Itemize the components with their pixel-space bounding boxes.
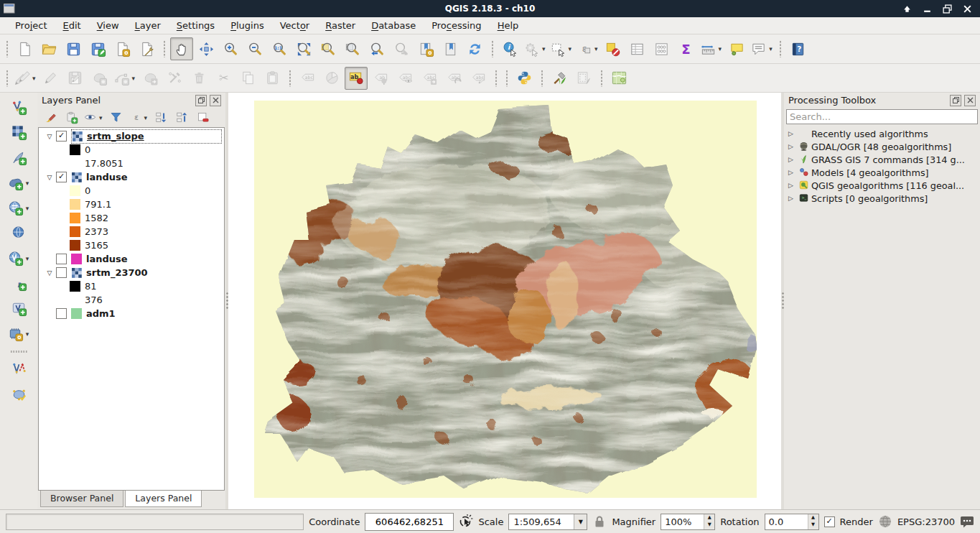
add-raster-layer-button[interactable] [7,121,30,144]
dropdown-arrow-icon[interactable]: ▾ [592,45,599,52]
spin-down-icon[interactable]: ▼ [704,522,714,529]
layer-labeling-options-button[interactable]: ab [345,67,368,90]
filter-legend-button[interactable] [107,108,126,127]
grass-region-button[interactable] [572,67,595,90]
statistical-summary-button[interactable]: Σ [675,37,698,60]
expander-closed-icon[interactable]: ▷ [788,156,798,163]
rotation-spinbox[interactable]: 0.0 ▲▼ [765,514,819,530]
filter-by-expression-button[interactable]: ε▾ [128,108,150,127]
dropdown-arrow-icon[interactable]: ▾ [24,330,31,338]
select-by-expression-button[interactable]: ε▾ [575,37,600,60]
measure-button[interactable]: ▾ [699,37,724,60]
add-delimited-text-layer-button[interactable]: , [7,272,30,295]
expander-closed-icon[interactable]: ▷ [788,182,798,189]
algorithm-group-row[interactable]: ▷GRASS GIS 7 commands [314 g... [784,153,980,166]
expander-open-icon[interactable]: ▽ [43,133,56,140]
move-label-button[interactable]: abc [418,67,441,90]
highlight-pinned-labels-button[interactable]: abc [393,67,416,90]
algorithm-group-row[interactable]: ▷Recently used algorithms [784,127,980,140]
expander-closed-icon[interactable]: ▷ [788,169,798,176]
algorithm-group-row[interactable]: ▷>_Scripts [0 geoalgorithms] [784,192,980,205]
tab-browser-panel[interactable]: Browser Panel [40,491,123,507]
add-wcs-layer-button[interactable] [7,222,30,245]
change-label-button[interactable]: abc [467,67,490,90]
close-button[interactable] [961,3,973,14]
expander-closed-icon[interactable]: ▷ [788,143,798,150]
algorithm-group-row[interactable]: ▷QGIS geoalgorithms [116 geoal... [784,179,980,192]
chevron-down-icon[interactable]: ▼ [574,514,587,529]
zoom-out-button[interactable] [243,37,266,60]
zoom-full-button[interactable] [292,37,315,60]
scale-lock-icon[interactable] [592,514,607,529]
dropdown-arrow-icon[interactable]: ▾ [97,114,104,121]
spin-up-icon[interactable]: ▲ [808,514,818,522]
add-feature-button[interactable] [88,67,111,90]
dropdown-arrow-icon[interactable]: ▾ [24,255,31,262]
run-feature-action-button[interactable]: ▾ [523,37,548,60]
open-attribute-table-button[interactable] [626,37,649,60]
crs-globe-icon[interactable] [878,514,892,529]
move-feature-button[interactable] [139,67,162,90]
dropdown-arrow-icon[interactable]: ▾ [566,45,574,52]
menu-vector[interactable]: Vector [272,17,317,34]
open-layer-styling-button[interactable] [41,108,60,127]
menu-view[interactable]: View [89,17,127,34]
add-wms-layer-button[interactable]: ▾ [6,197,32,220]
delete-selected-button[interactable] [187,67,210,90]
dropdown-arrow-icon[interactable]: ▾ [24,205,31,212]
world-map-button[interactable] [607,67,630,90]
menu-database[interactable]: Database [363,17,424,34]
map-canvas[interactable] [228,93,781,509]
spin-up-icon[interactable]: ▲ [704,514,714,522]
field-calculator-button[interactable] [650,37,673,60]
coordinate-input[interactable] [365,513,454,531]
map-tips-button[interactable] [725,37,748,60]
menu-layer[interactable]: Layer [127,17,169,34]
text-annotation-button[interactable]: ▾ [750,37,775,60]
zoom-last-button[interactable] [365,37,388,60]
zoom-to-layer-button[interactable] [341,37,364,60]
menu-help[interactable]: Help [490,17,527,34]
deselect-all-button[interactable] [602,37,625,60]
add-spatialite-layer-button[interactable] [7,147,30,170]
add-group-button[interactable] [62,108,80,127]
open-project-button[interactable] [37,37,60,60]
remove-layer-button[interactable] [193,108,212,127]
add-vector-layer-button[interactable] [7,96,30,119]
new-geopackage-layer-button[interactable]: ▾ [6,323,32,346]
expand-all-button[interactable] [151,108,170,127]
dropdown-arrow-icon[interactable]: ▾ [540,45,547,52]
save-layer-edits-button[interactable] [64,67,87,90]
new-print-composer-button[interactable] [111,37,134,60]
python-console-button[interactable] [513,67,536,90]
float-panel-button[interactable] [195,95,207,106]
layer-visibility-checkbox[interactable] [56,308,67,319]
menu-project[interactable]: Project [7,17,55,34]
layer-row[interactable]: ▽✓srtm_slope [39,129,224,143]
label-button[interactable]: abc [296,67,319,90]
dropdown-arrow-icon[interactable]: ▾ [717,45,724,52]
collapse-all-button[interactable] [172,108,191,127]
render-checkbox[interactable]: ✓ [824,516,835,527]
add-postgis-layers-button[interactable]: ▾ [6,172,32,195]
diagram-button[interactable] [320,67,343,90]
expander-open-icon[interactable]: ▽ [43,269,56,277]
magnifier-spinbox[interactable]: 100% ▲▼ [661,514,715,530]
menu-edit[interactable]: Edit [55,17,89,34]
dropdown-arrow-icon[interactable]: ▾ [30,75,37,82]
float-panel-button[interactable] [950,95,961,106]
menu-settings[interactable]: Settings [169,17,223,34]
new-project-button[interactable] [13,37,36,60]
dropdown-arrow-icon[interactable]: ▾ [767,45,774,52]
dropdown-arrow-icon[interactable]: ▾ [142,114,149,121]
dropdown-arrow-icon[interactable]: ▾ [24,180,31,187]
topology-checker-button[interactable] [7,358,30,381]
save-project-button[interactable] [62,37,85,60]
show-bookmarks-button[interactable] [439,37,462,60]
zoom-to-selection-button[interactable] [317,37,340,60]
zoom-native-button[interactable]: 1:1 [268,37,291,60]
layer-row[interactable]: ▽✓landuse [39,170,224,184]
layer-visibility-checkbox[interactable] [56,254,67,264]
new-bookmark-button[interactable] [414,37,437,60]
menu-raster[interactable]: Raster [317,17,363,34]
